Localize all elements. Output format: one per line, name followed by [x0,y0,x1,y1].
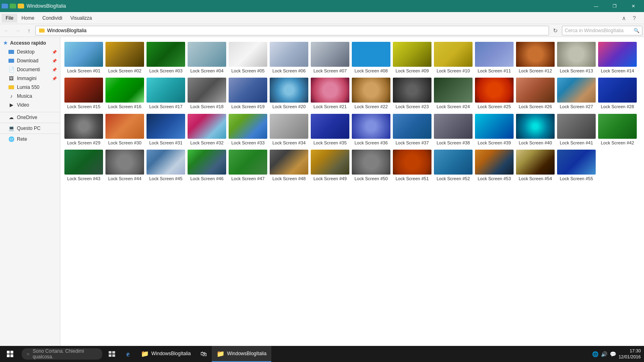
thumbnail-item[interactable]: Lock Screen #01 [64,40,104,75]
thumbnail-item[interactable]: Lock Screen #42 [597,112,638,147]
thumbnail-item[interactable]: Lock Screen #26 [515,76,555,111]
task-view-button[interactable] [104,346,120,362]
thumbnail-item[interactable]: Lock Screen #37 [392,112,432,147]
menu-home[interactable]: Home [17,14,38,23]
thumbnail-item[interactable]: Lock Screen #43 [64,148,104,183]
quick-access-header[interactable]: ★ Accesso rapido [0,39,60,47]
up-button[interactable]: ↑ [24,26,34,35]
refresh-button[interactable]: ↻ [551,26,560,35]
thumbnail-item[interactable]: Lock Screen #25 [474,76,514,111]
address-path: WindowsBlogItalia [47,28,87,33]
thumbnail-item[interactable]: Lock Screen #30 [105,112,145,147]
search-box[interactable]: Cerca in WindowsBlogItalia 🔍 [562,26,642,35]
thumbnail-item[interactable]: Lock Screen #48 [269,148,309,183]
sidebar-item-video[interactable]: ▶ Video [0,101,60,109]
thumbnail-item[interactable]: Lock Screen #55 [556,148,597,183]
thumbnail-item[interactable]: Lock Screen #53 [474,148,514,183]
thumbnail-item[interactable]: Lock Screen #33 [228,112,268,147]
thumbnail-item[interactable]: Lock Screen #38 [433,112,473,147]
thumbnail-item[interactable]: Lock Screen #03 [146,40,186,75]
thumbnail-item[interactable]: Lock Screen #24 [433,76,473,111]
menu-condividi[interactable]: Condividi [38,14,66,23]
thumbnail-label: Lock Screen #37 [396,140,429,146]
thumbnail-item[interactable]: Lock Screen #04 [187,40,227,75]
thumbnail-item[interactable]: Lock Screen #36 [351,112,391,147]
thumbnail-item[interactable]: Lock Screen #40 [515,112,555,147]
thumbnail-item[interactable]: Lock Screen #35 [310,112,350,147]
ribbon-collapse-button[interactable]: ∧ [619,13,629,23]
thumbnail-item[interactable]: Lock Screen #54 [515,148,555,183]
sidebar-item-documenti[interactable]: 📄 Documenti 📌 [0,65,60,74]
taskbar-app-explorer-1[interactable]: 📁 WindowsBlogItalia [136,346,196,362]
menu-file[interactable]: File [2,14,17,23]
thumbnail-item[interactable]: Lock Screen #21 [310,76,350,111]
sidebar-item-download[interactable]: Download 📌 [0,56,60,65]
thumbnail-item[interactable]: Lock Screen #32 [187,112,227,147]
address-box[interactable]: WindowsBlogItalia [35,26,549,35]
thumbnail-item[interactable]: Lock Screen #11 [474,40,514,75]
thumbnail-item[interactable]: Lock Screen #39 [474,112,514,147]
thumbnail-item[interactable]: Lock Screen #19 [228,76,268,111]
thumbnail-image [393,150,431,175]
thumbnail-item[interactable]: Lock Screen #02 [105,40,145,75]
thumbnail-item[interactable]: Lock Screen #23 [392,76,432,111]
thumbnail-item[interactable]: Lock Screen #46 [187,148,227,183]
thumbnail-item[interactable]: Lock Screen #29 [64,112,104,147]
start-button[interactable] [0,346,20,362]
sidebar-item-questo-pc[interactable]: 💻 Questo PC [0,124,60,133]
thumbnail-item[interactable]: Lock Screen #08 [351,40,391,75]
thumbnail-item[interactable]: Lock Screen #07 [310,40,350,75]
thumbnail-image [229,150,267,175]
taskbar-app2-label: WindowsBlogItalia [227,351,266,356]
thumbnail-item[interactable]: Lock Screen #20 [269,76,309,111]
edge-button[interactable]: e [120,346,136,362]
store-button[interactable]: 🛍 [196,346,212,362]
taskbar-app-explorer-2[interactable]: 📁 WindowsBlogItalia [212,346,271,362]
thumbnail-item[interactable]: Lock Screen #13 [556,40,597,75]
thumbnail-item[interactable]: Lock Screen #31 [146,112,186,147]
thumbnail-image [105,114,144,139]
thumbnail-item[interactable]: Lock Screen #12 [515,40,555,75]
thumbnail-item[interactable]: Lock Screen #51 [392,148,432,183]
thumbnail-item[interactable]: Lock Screen #45 [146,148,186,183]
thumbnail-item[interactable]: Lock Screen #14 [597,40,638,75]
thumbnail-image [188,42,226,67]
thumbnail-item[interactable]: Lock Screen #22 [351,76,391,111]
sidebar-item-musica[interactable]: ♪ Musica [0,92,60,101]
taskbar: ○ Sono Cortana. Chiedimi qualcosa. e 📁 W… [0,346,644,362]
svg-rect-6 [109,354,111,357]
thumbnail-item[interactable]: Lock Screen #27 [556,76,597,111]
close-button[interactable]: ✕ [624,0,642,12]
thumbnail-item[interactable]: Lock Screen #47 [228,148,268,183]
sidebar-item-desktop[interactable]: Desktop 📌 [0,47,60,56]
thumbnail-item[interactable]: Lock Screen #50 [351,148,391,183]
thumbnail-item[interactable]: Lock Screen #28 [597,76,638,111]
sidebar-item-onedrive[interactable]: ☁ OneDrive [0,113,60,122]
cortana-search[interactable]: ○ Sono Cortana. Chiedimi qualcosa. [22,348,102,360]
thumbnail-item[interactable]: Lock Screen #34 [269,112,309,147]
thumbnail-item[interactable]: Lock Screen #15 [64,76,104,111]
thumbnail-item[interactable]: Lock Screen #44 [105,148,145,183]
thumbnail-item[interactable]: Lock Screen #41 [556,112,597,147]
thumbnail-item[interactable]: Lock Screen #18 [187,76,227,111]
thumbnail-item[interactable]: Lock Screen #10 [433,40,473,75]
back-button[interactable]: ← [2,26,11,35]
forward-button[interactable]: → [13,26,23,35]
sidebar-item-lumia[interactable]: Lumia 550 [0,83,60,92]
thumbnail-label: Lock Screen #54 [519,176,552,181]
thumbnail-item[interactable]: Lock Screen #49 [310,148,350,183]
thumbnail-item[interactable]: Lock Screen #09 [392,40,432,75]
sidebar-item-immagini[interactable]: 🖼 Immagini 📌 [0,74,60,83]
thumbnail-label: Lock Screen #13 [560,68,593,74]
menu-visualizza[interactable]: Visualizza [66,14,96,23]
minimize-button[interactable]: — [587,0,605,12]
help-button[interactable]: ? [630,13,639,23]
thumbnail-item[interactable]: Lock Screen #16 [105,76,145,111]
thumbnail-item[interactable]: Lock Screen #52 [433,148,473,183]
maximize-button[interactable]: ❐ [605,0,624,12]
thumbnail-item[interactable]: Lock Screen #05 [228,40,268,75]
thumbnail-item[interactable]: Lock Screen #06 [269,40,309,75]
thumbnail-image [475,150,514,175]
sidebar-item-rete[interactable]: 🌐 Rete [0,135,60,144]
thumbnail-item[interactable]: Lock Screen #17 [146,76,186,111]
